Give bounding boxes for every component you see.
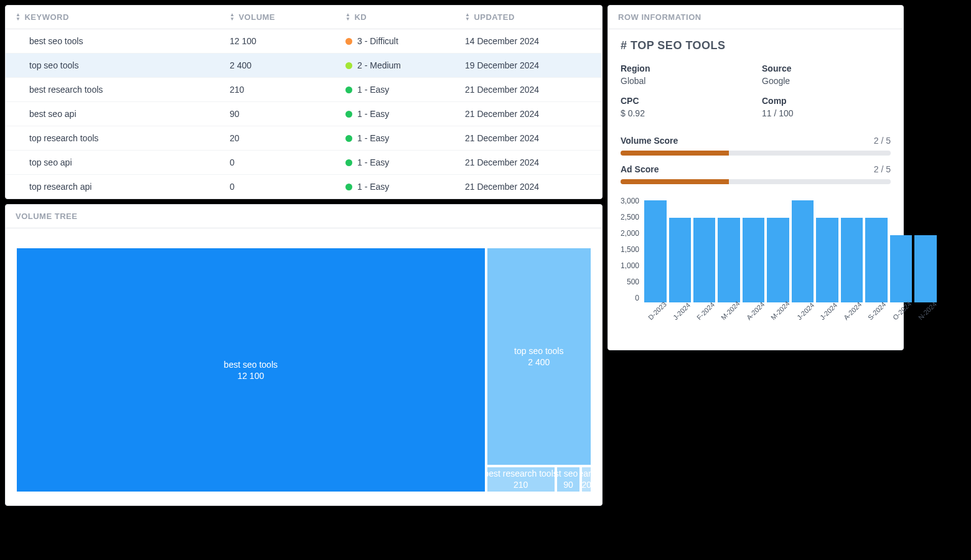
- table-row[interactable]: top seo tools2 4002 - Medium19 December …: [6, 54, 602, 78]
- treemap-cell[interactable]: top research tools20: [581, 466, 592, 493]
- cell-kd: 1 - Easy: [345, 151, 465, 174]
- cell-kd: 1 - Easy: [345, 102, 465, 126]
- volume-score-value: 2 / 5: [874, 136, 891, 146]
- chart-bar[interactable]: [816, 218, 838, 302]
- source-value: Google: [762, 76, 891, 86]
- table-row[interactable]: best seo api901 - Easy21 December 2024: [6, 102, 602, 126]
- sort-icon: ▲▼: [230, 13, 235, 21]
- row-info-title: ROW INFORMATION: [608, 6, 903, 29]
- chart-bar[interactable]: [644, 200, 666, 302]
- chart-bar[interactable]: [914, 235, 936, 302]
- keyword-table-panel: ▲▼ KEYWORD ▲▼ VOLUME ▲▼ KD ▲▼ UPDATED be…: [5, 5, 603, 199]
- chart-bars: [643, 197, 938, 302]
- chart-y-axis: 3,0002,5002,0001,5001,0005000: [621, 197, 643, 302]
- cell-updated: 14 December 2024: [465, 29, 602, 53]
- cell-volume: 2 400: [230, 54, 345, 77]
- chart-bar[interactable]: [841, 218, 863, 302]
- cell-volume: 12 100: [230, 29, 345, 53]
- cell-updated: 21 December 2024: [465, 151, 602, 174]
- keyword-table: ▲▼ KEYWORD ▲▼ VOLUME ▲▼ KD ▲▼ UPDATED be…: [6, 6, 602, 198]
- table-row[interactable]: best research tools2101 - Easy21 Decembe…: [6, 78, 602, 102]
- cell-updated: 19 December 2024: [465, 54, 602, 77]
- treemap-cell[interactable]: top seo tools2 400: [486, 247, 592, 466]
- treemap-cell[interactable]: best seo api90: [556, 466, 581, 493]
- col-header-label: KEYWORD: [24, 12, 68, 22]
- treemap-cell[interactable]: best seo tools12 100: [16, 247, 486, 493]
- cell-kd: 1 - Easy: [345, 126, 465, 150]
- cell-keyword: top research tools: [6, 126, 230, 150]
- table-row[interactable]: top research tools201 - Easy21 December …: [6, 126, 602, 151]
- col-header-label: UPDATED: [474, 12, 514, 22]
- table-row[interactable]: top research api01 - Easy21 December 202…: [6, 175, 602, 198]
- col-header-keyword[interactable]: ▲▼ KEYWORD: [6, 6, 230, 29]
- kd-dot-icon: [345, 184, 352, 190]
- cell-kd: 1 - Easy: [345, 78, 465, 101]
- y-tick-label: 2,000: [621, 229, 639, 238]
- source-label: Source: [762, 63, 891, 73]
- region-label: Region: [621, 63, 749, 73]
- volume-score-label: Volume Score: [621, 136, 678, 146]
- chart-x-axis: D-2023J-2024F-2024M-2024A-2024M-2024J-20…: [643, 302, 938, 312]
- y-tick-label: 1,500: [621, 245, 639, 254]
- cell-updated: 21 December 2024: [465, 78, 602, 101]
- y-tick-label: 0: [635, 294, 639, 302]
- chart-bar[interactable]: [767, 218, 789, 302]
- cell-keyword: top research api: [6, 175, 230, 198]
- table-row[interactable]: best seo tools12 1003 - Difficult14 Dece…: [6, 29, 602, 54]
- kd-dot-icon: [345, 86, 352, 93]
- cell-updated: 21 December 2024: [465, 175, 602, 198]
- treemap-cell-label: best research tools: [486, 469, 556, 478]
- table-header-row: ▲▼ KEYWORD ▲▼ VOLUME ▲▼ KD ▲▼ UPDATED: [6, 6, 602, 29]
- row-info-panel: ROW INFORMATION # TOP SEO TOOLS Region G…: [607, 5, 904, 350]
- cell-kd: 1 - Easy: [345, 175, 465, 198]
- cell-volume: 20: [230, 126, 345, 150]
- volume-tree-title: VOLUME TREE: [6, 205, 602, 228]
- comp-value: 11 / 100: [762, 108, 891, 118]
- volume-score-bar: [621, 151, 891, 156]
- y-tick-label: 500: [627, 278, 639, 286]
- cell-keyword: top seo api: [6, 151, 230, 174]
- volume-history-chart: 3,0002,5002,0001,5001,0005000 D-2023J-20…: [621, 197, 891, 340]
- kd-dot-icon: [345, 62, 352, 69]
- col-header-volume[interactable]: ▲▼ VOLUME: [230, 6, 345, 29]
- cell-updated: 21 December 2024: [465, 126, 602, 150]
- y-tick-label: 3,000: [621, 197, 639, 205]
- cell-volume: 90: [230, 102, 345, 126]
- treemap-cell-label: top research tools: [581, 469, 592, 478]
- treemap[interactable]: best seo tools12 100top seo tools2 400be…: [16, 247, 592, 493]
- chart-bar[interactable]: [792, 200, 814, 302]
- cell-volume: 0: [230, 175, 345, 198]
- chart-bar[interactable]: [693, 218, 715, 302]
- treemap-cell-label: best seo api: [556, 469, 581, 478]
- chart-bar[interactable]: [743, 218, 764, 302]
- col-header-label: KD: [354, 12, 367, 22]
- cpc-label: CPC: [621, 96, 749, 106]
- cell-volume: 0: [230, 151, 345, 174]
- table-row[interactable]: top seo api01 - Easy21 December 2024: [6, 151, 602, 175]
- volume-tree-panel: VOLUME TREE best seo tools12 100top seo …: [5, 204, 603, 506]
- treemap-cell-value: 2 400: [528, 357, 550, 367]
- treemap-cell-label: best seo tools: [224, 360, 278, 370]
- sort-icon: ▲▼: [16, 13, 21, 21]
- sort-icon: ▲▼: [465, 13, 470, 21]
- cell-keyword: top seo tools: [6, 54, 230, 77]
- y-tick-label: 2,500: [621, 213, 639, 222]
- treemap-cell-label: top seo tools: [514, 346, 563, 356]
- col-header-kd[interactable]: ▲▼ KD: [345, 6, 465, 29]
- kd-dot-icon: [345, 159, 352, 166]
- chart-bar[interactable]: [865, 218, 887, 302]
- chart-bar[interactable]: [718, 218, 739, 302]
- chart-bar[interactable]: [669, 218, 691, 302]
- cell-keyword: best seo api: [6, 102, 230, 126]
- y-tick-label: 1,000: [621, 261, 639, 270]
- cell-kd: 2 - Medium: [345, 54, 465, 77]
- chart-bar[interactable]: [890, 235, 912, 302]
- table-body: best seo tools12 1003 - Difficult14 Dece…: [6, 29, 602, 198]
- kd-dot-icon: [345, 111, 352, 118]
- kd-dot-icon: [345, 38, 352, 45]
- col-header-updated[interactable]: ▲▼ UPDATED: [465, 6, 602, 29]
- comp-label: Comp: [762, 96, 891, 106]
- treemap-cell[interactable]: best research tools210: [486, 466, 556, 493]
- cell-updated: 21 December 2024: [465, 102, 602, 126]
- cpc-value: $ 0.92: [621, 108, 749, 118]
